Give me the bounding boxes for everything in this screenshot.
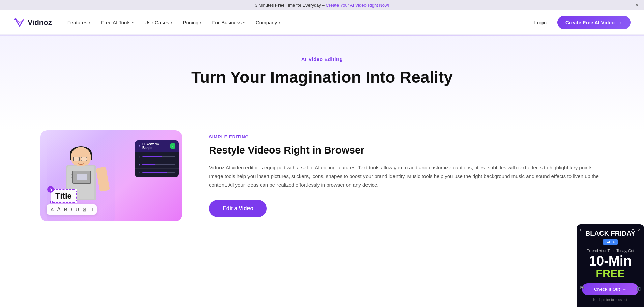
title-text-box: ✛ Title [51, 189, 77, 203]
content-section: ✛ Title A A B I U ⊠ □ ♪ Lukewarm Banjo ✓ [0, 130, 644, 242]
logo-text: Vidnoz [28, 18, 52, 27]
music-row: ♪ [135, 153, 179, 161]
nav-item-pricing[interactable]: Pricing ▾ [178, 17, 206, 28]
editor-toolbar: A A B I U ⊠ □ [47, 204, 97, 215]
music-panel: ♪ Lukewarm Banjo ✓ ♪ ♪ ♪ [135, 140, 179, 177]
chevron-down-icon: ▾ [243, 21, 245, 24]
music-row-bar [142, 156, 176, 157]
music-header: ♪ Lukewarm Banjo ✓ [135, 140, 179, 152]
logo[interactable]: Vidnoz [13, 17, 52, 29]
music-track-title: Lukewarm Banjo [142, 142, 168, 150]
nav-item-features[interactable]: Features ▾ [63, 17, 95, 28]
hero-tag: AI Video Editing [27, 56, 617, 62]
strikethrough-icon: ⊠ [82, 207, 86, 212]
music-note-icon: ♪ [138, 144, 140, 148]
nav-right: Login Create Free AI Video → [529, 16, 631, 29]
feature-tag: Simple Editing [209, 134, 604, 139]
editor-mockup: ✛ Title A A B I U ⊠ □ ♪ Lukewarm Banjo ✓ [40, 130, 182, 221]
popup-content: BLACK FRIDAY SALE Extend Your Time Today… [582, 230, 639, 242]
person-head [71, 147, 91, 167]
music-row-bar-fill [142, 164, 155, 165]
bf-title: BLACK FRIDAY [582, 230, 639, 237]
decoration-icon: ♪ [579, 227, 582, 232]
logo-icon [13, 17, 26, 29]
chevron-down-icon: ▾ [200, 21, 201, 24]
italic-icon: I [71, 207, 72, 212]
banner-text: 3 Minutes Free Time for Everyday – Creat… [255, 3, 389, 8]
main-nav: Vidnoz Features ▾ Free AI Tools ▾ Use Ca… [0, 10, 644, 35]
nav-accent-bar [0, 35, 644, 36]
music-row-bar-fill [142, 172, 167, 173]
nav-item-for-business[interactable]: For Business ▾ [207, 17, 250, 28]
decoration-icon-tr: ✦ [631, 227, 635, 232]
chevron-down-icon: ▾ [132, 21, 134, 24]
nav-item-use-cases[interactable]: Use Cases ▾ [140, 17, 177, 28]
layout-icon: □ [90, 207, 92, 212]
music-rows: ♪ ♪ ♪ [135, 152, 179, 177]
arrow-icon: → [617, 20, 622, 25]
hero-title: Turn Your Imagination Into Reality [27, 67, 617, 87]
corner-handle-tl [50, 189, 53, 191]
title-box-text: Title [55, 191, 72, 201]
feature-title: Restyle Videos Right in Browser [209, 143, 604, 157]
chevron-down-icon: ▾ [279, 21, 280, 24]
bf-sale-badge: SALE [603, 239, 618, 242]
nav-item-free-ai-tools[interactable]: Free AI Tools ▾ [96, 17, 138, 28]
hero-section: AI Video Editing Turn Your Imagination I… [0, 36, 644, 130]
nav-links: Features ▾ Free AI Tools ▾ Use Cases ▾ P… [63, 17, 529, 28]
music-row-icon: ♪ [138, 170, 140, 174]
corner-handle-bl [50, 201, 53, 203]
music-row: ♪ [135, 169, 179, 176]
bold-icon: B [64, 207, 67, 212]
underline-icon: U [76, 207, 79, 212]
font-icon: A [57, 206, 61, 213]
edit-video-button[interactable]: Edit a Video [209, 200, 267, 217]
music-row-bar [142, 172, 176, 173]
popup-close-button[interactable]: × [638, 227, 641, 232]
banner-link[interactable]: Create Your AI Video Right Now! [326, 3, 389, 8]
chevron-down-icon: ▾ [171, 21, 172, 24]
corner-handle-tr [75, 189, 77, 191]
music-row-icon: ♪ [138, 155, 140, 159]
svg-point-0 [14, 18, 17, 20]
nav-item-company[interactable]: Company ▾ [251, 17, 285, 28]
music-row-bar [142, 164, 176, 165]
music-check-icon: ✓ [170, 143, 175, 149]
corner-handle-br [75, 201, 77, 203]
create-free-video-button[interactable]: Create Free AI Video → [557, 16, 631, 29]
black-friday-popup: × ♪ ✦ 🎮 🎵 BLACK FRIDAY SALE Extend Your … [577, 224, 644, 242]
feature-text: Simple Editing Restyle Videos Right in B… [209, 134, 604, 217]
feature-description: Vidnoz AI video editor is equipped with … [209, 163, 604, 189]
chevron-down-icon: ▾ [89, 21, 90, 24]
music-row-icon: ♪ [138, 163, 140, 167]
login-button[interactable]: Login [529, 17, 552, 28]
banner-close-button[interactable]: × [636, 2, 639, 8]
music-row-bar-fill [142, 156, 162, 157]
music-row: ♪ [135, 161, 179, 169]
top-banner: 3 Minutes Free Time for Everyday – Creat… [0, 0, 644, 10]
text-color-icon: A [51, 207, 54, 212]
